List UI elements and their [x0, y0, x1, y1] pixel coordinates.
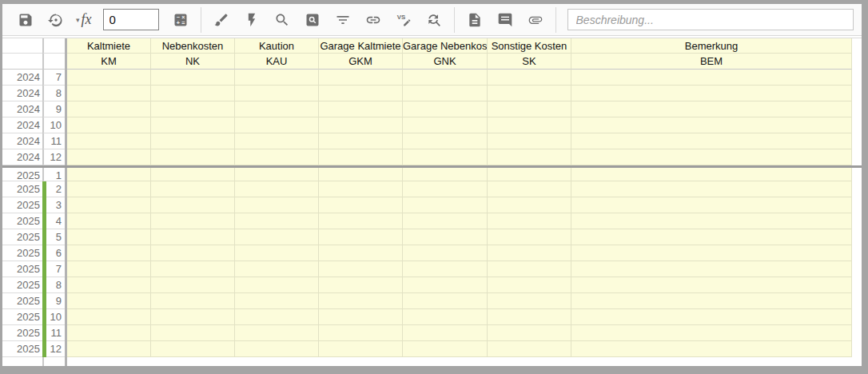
grid-cell[interactable] [151, 325, 235, 341]
grid-cell[interactable] [151, 168, 235, 181]
grid-cell[interactable] [319, 261, 403, 277]
grid-cell[interactable] [488, 325, 571, 341]
row-header-month[interactable]: 11 [46, 133, 65, 149]
row-header-year[interactable]: 2024 [2, 101, 42, 117]
grid-cell[interactable] [488, 70, 571, 86]
grid-cell[interactable] [319, 168, 403, 181]
grid-cell[interactable] [403, 117, 488, 133]
grid-cell[interactable] [488, 117, 571, 133]
grid-cell[interactable] [403, 325, 488, 341]
grid-cell[interactable] [571, 213, 852, 229]
row-header-year[interactable]: 2025 [2, 341, 42, 357]
row-header-month[interactable]: 9 [46, 293, 65, 309]
grid-cell[interactable] [151, 181, 235, 197]
row-header-month[interactable]: 9 [46, 101, 65, 117]
value-input[interactable] [103, 9, 159, 30]
grid-cell[interactable] [319, 213, 403, 229]
grid-cell[interactable] [235, 149, 319, 165]
grid-cell[interactable] [403, 181, 488, 197]
row-header-year[interactable]: 2024 [2, 133, 42, 149]
grid-cell[interactable] [319, 181, 403, 197]
grid-cell[interactable] [67, 101, 151, 117]
grid-cell[interactable] [571, 133, 852, 149]
grid-cell[interactable] [67, 277, 151, 293]
grid-cell[interactable] [67, 293, 151, 309]
grid-cell[interactable] [151, 261, 235, 277]
row-header-month[interactable]: 4 [46, 213, 65, 229]
row-header-month[interactable]: 8 [46, 86, 65, 101]
grid-cell[interactable] [151, 277, 235, 293]
row-header-month[interactable]: 12 [46, 149, 65, 165]
grid-cell[interactable] [235, 101, 319, 117]
grid-cell[interactable] [403, 133, 488, 149]
grid-cell[interactable] [488, 181, 571, 197]
grid-cell[interactable] [235, 261, 319, 277]
grid-cell[interactable] [571, 325, 852, 341]
grid-cell[interactable] [67, 133, 151, 149]
flash-button[interactable] [241, 10, 262, 30]
grid-cell[interactable] [571, 229, 852, 245]
grid-cell[interactable] [488, 101, 571, 117]
column-header-code[interactable]: NK [151, 54, 235, 70]
grid-cell[interactable] [319, 86, 403, 101]
row-header-month[interactable]: 6 [46, 245, 65, 261]
save-button[interactable] [15, 10, 36, 30]
grid-cell[interactable] [571, 101, 852, 117]
grid-cell[interactable] [235, 168, 319, 181]
grid-cell[interactable] [151, 245, 235, 261]
search-button[interactable] [272, 10, 293, 30]
row-header-year[interactable]: 2025 [2, 261, 42, 277]
row-header-year[interactable]: 2025 [2, 229, 42, 245]
column-header-code[interactable]: BEM [571, 54, 852, 70]
row-header-month[interactable]: 10 [46, 309, 65, 325]
grid-cell[interactable] [319, 341, 403, 357]
grid-cell[interactable] [67, 245, 151, 261]
grid-cell[interactable] [488, 341, 571, 357]
grid-cell[interactable] [571, 245, 852, 261]
grid-cell[interactable] [67, 181, 151, 197]
grid-cell[interactable] [571, 117, 852, 133]
row-header-year[interactable]: 2024 [2, 117, 42, 133]
column-header-label[interactable]: Kaltmiete [67, 38, 151, 54]
grid-cell[interactable] [67, 117, 151, 133]
grid-cell[interactable] [67, 229, 151, 245]
row-header-month[interactable]: 5 [46, 229, 65, 245]
grid-cell[interactable] [319, 277, 403, 293]
grid-cell[interactable] [571, 341, 852, 357]
row-header-month[interactable]: 3 [46, 197, 65, 213]
row-header-month[interactable]: 7 [46, 70, 65, 86]
grid-cell[interactable] [571, 309, 852, 325]
grid-cell[interactable] [67, 168, 151, 181]
grid-cell[interactable] [67, 325, 151, 341]
grid-cell[interactable] [319, 70, 403, 86]
grid-cell[interactable] [235, 309, 319, 325]
grid-cell[interactable] [571, 197, 852, 213]
row-header-year[interactable]: 2025 [2, 168, 42, 181]
find-replace-button[interactable] [424, 10, 444, 30]
grid-cell[interactable] [319, 293, 403, 309]
grid-cell[interactable] [67, 213, 151, 229]
grid-cell[interactable] [151, 133, 235, 149]
grid-cell[interactable] [488, 86, 571, 101]
column-header-label[interactable]: Nebenkosten [151, 38, 235, 54]
grid-cell[interactable] [488, 245, 571, 261]
row-header-month[interactable]: 12 [46, 341, 65, 357]
grid-cell[interactable] [151, 229, 235, 245]
grid-cell[interactable] [67, 341, 151, 357]
grid-cell[interactable] [403, 277, 488, 293]
grid-cell[interactable] [151, 213, 235, 229]
row-header-year[interactable]: 2024 [2, 149, 42, 165]
grid-cell[interactable] [403, 70, 488, 86]
row-header-year[interactable]: 2024 [2, 86, 42, 101]
grid-cell[interactable] [488, 213, 571, 229]
grid-cell[interactable] [571, 149, 852, 165]
grid-cell[interactable] [151, 341, 235, 357]
search-in-page-button[interactable] [302, 10, 323, 30]
grid-cell[interactable] [403, 261, 488, 277]
comment-button[interactable] [495, 10, 516, 30]
grid-cell[interactable] [67, 70, 151, 86]
grid-cell[interactable] [488, 261, 571, 277]
grid-cell[interactable] [319, 245, 403, 261]
column-header-label[interactable]: Bemerkung [571, 38, 852, 54]
grid-cell[interactable] [571, 86, 852, 101]
